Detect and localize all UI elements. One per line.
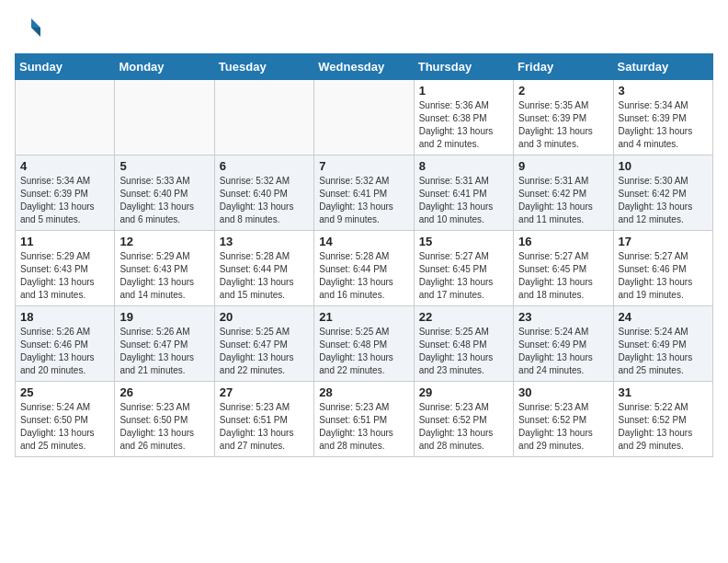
day-number: 29 <box>419 385 508 399</box>
calendar-week-row: 18Sunrise: 5:26 AMSunset: 6:46 PMDayligh… <box>16 306 713 382</box>
column-header-wednesday: Wednesday <box>314 54 414 80</box>
calendar-cell: 25Sunrise: 5:24 AMSunset: 6:50 PMDayligh… <box>16 382 115 457</box>
day-number: 6 <box>220 159 309 173</box>
logo <box>15 15 46 42</box>
calendar-cell: 23Sunrise: 5:24 AMSunset: 6:49 PMDayligh… <box>514 306 613 382</box>
calendar-cell: 13Sunrise: 5:28 AMSunset: 6:44 PMDayligh… <box>214 231 313 306</box>
calendar-cell: 16Sunrise: 5:27 AMSunset: 6:45 PMDayligh… <box>514 231 613 306</box>
calendar-cell: 8Sunrise: 5:31 AMSunset: 6:41 PMDaylight… <box>414 155 513 231</box>
calendar-cell: 30Sunrise: 5:23 AMSunset: 6:52 PMDayligh… <box>514 382 613 457</box>
svg-marker-1 <box>31 28 40 37</box>
day-info: Sunrise: 5:22 AMSunset: 6:52 PMDaylight:… <box>619 401 708 453</box>
day-info: Sunrise: 5:23 AMSunset: 6:51 PMDaylight:… <box>319 401 408 453</box>
calendar-table: SundayMondayTuesdayWednesdayThursdayFrid… <box>15 53 713 457</box>
day-info: Sunrise: 5:23 AMSunset: 6:50 PMDaylight:… <box>119 401 209 453</box>
day-number: 21 <box>319 310 408 324</box>
calendar-cell <box>16 80 115 155</box>
day-info: Sunrise: 5:34 AMSunset: 6:39 PMDaylight:… <box>20 175 109 226</box>
calendar-cell: 14Sunrise: 5:28 AMSunset: 6:44 PMDayligh… <box>314 231 414 306</box>
calendar-cell: 5Sunrise: 5:33 AMSunset: 6:40 PMDaylight… <box>115 155 214 231</box>
calendar-cell: 24Sunrise: 5:24 AMSunset: 6:49 PMDayligh… <box>613 306 712 382</box>
calendar-cell: 3Sunrise: 5:34 AMSunset: 6:39 PMDaylight… <box>613 80 712 155</box>
calendar-week-row: 11Sunrise: 5:29 AMSunset: 6:43 PMDayligh… <box>16 231 713 306</box>
day-info: Sunrise: 5:34 AMSunset: 6:39 PMDaylight:… <box>619 99 708 151</box>
day-number: 26 <box>119 385 209 399</box>
day-number: 13 <box>220 235 309 248</box>
day-number: 31 <box>619 385 708 399</box>
calendar-cell: 21Sunrise: 5:25 AMSunset: 6:48 PMDayligh… <box>314 306 414 382</box>
day-info: Sunrise: 5:30 AMSunset: 6:42 PMDaylight:… <box>619 175 708 226</box>
day-info: Sunrise: 5:27 AMSunset: 6:45 PMDaylight:… <box>518 250 608 302</box>
calendar-week-row: 4Sunrise: 5:34 AMSunset: 6:39 PMDaylight… <box>16 155 713 231</box>
day-number: 15 <box>419 235 508 248</box>
day-info: Sunrise: 5:35 AMSunset: 6:39 PMDaylight:… <box>518 99 608 151</box>
calendar-cell: 20Sunrise: 5:25 AMSunset: 6:47 PMDayligh… <box>214 306 313 382</box>
day-info: Sunrise: 5:28 AMSunset: 6:44 PMDaylight:… <box>319 250 408 302</box>
day-number: 3 <box>619 84 708 98</box>
day-number: 16 <box>518 235 608 248</box>
day-info: Sunrise: 5:33 AMSunset: 6:40 PMDaylight:… <box>119 175 209 226</box>
calendar-cell: 6Sunrise: 5:32 AMSunset: 6:40 PMDaylight… <box>214 155 313 231</box>
day-info: Sunrise: 5:26 AMSunset: 6:46 PMDaylight:… <box>20 326 109 377</box>
day-info: Sunrise: 5:25 AMSunset: 6:48 PMDaylight:… <box>319 326 408 377</box>
day-info: Sunrise: 5:29 AMSunset: 6:43 PMDaylight:… <box>20 250 109 302</box>
calendar-cell: 27Sunrise: 5:23 AMSunset: 6:51 PMDayligh… <box>214 382 313 457</box>
calendar-cell: 4Sunrise: 5:34 AMSunset: 6:39 PMDaylight… <box>16 155 115 231</box>
day-number: 2 <box>518 84 608 98</box>
calendar-cell: 15Sunrise: 5:27 AMSunset: 6:45 PMDayligh… <box>414 231 513 306</box>
calendar-cell: 26Sunrise: 5:23 AMSunset: 6:50 PMDayligh… <box>115 382 214 457</box>
day-number: 7 <box>319 159 408 173</box>
day-info: Sunrise: 5:27 AMSunset: 6:45 PMDaylight:… <box>419 250 508 302</box>
calendar-cell: 7Sunrise: 5:32 AMSunset: 6:41 PMDaylight… <box>314 155 414 231</box>
column-header-friday: Friday <box>514 54 613 80</box>
calendar-cell: 10Sunrise: 5:30 AMSunset: 6:42 PMDayligh… <box>613 155 712 231</box>
day-info: Sunrise: 5:26 AMSunset: 6:47 PMDaylight:… <box>119 326 209 377</box>
page-header <box>15 15 713 42</box>
day-info: Sunrise: 5:32 AMSunset: 6:40 PMDaylight:… <box>220 175 309 226</box>
calendar-cell <box>314 80 414 155</box>
day-info: Sunrise: 5:28 AMSunset: 6:44 PMDaylight:… <box>220 250 309 302</box>
day-number: 10 <box>619 159 708 173</box>
day-info: Sunrise: 5:24 AMSunset: 6:50 PMDaylight:… <box>20 401 109 453</box>
day-info: Sunrise: 5:23 AMSunset: 6:52 PMDaylight:… <box>419 401 508 453</box>
day-number: 23 <box>518 310 608 324</box>
day-info: Sunrise: 5:23 AMSunset: 6:52 PMDaylight:… <box>518 401 608 453</box>
day-number: 20 <box>220 310 309 324</box>
day-info: Sunrise: 5:31 AMSunset: 6:42 PMDaylight:… <box>518 175 608 226</box>
calendar-cell: 28Sunrise: 5:23 AMSunset: 6:51 PMDayligh… <box>314 382 414 457</box>
day-number: 12 <box>119 235 209 248</box>
day-info: Sunrise: 5:36 AMSunset: 6:38 PMDaylight:… <box>419 99 508 151</box>
day-number: 5 <box>119 159 209 173</box>
svg-marker-0 <box>31 18 40 28</box>
day-number: 18 <box>20 310 109 324</box>
column-header-tuesday: Tuesday <box>214 54 313 80</box>
day-number: 22 <box>419 310 508 324</box>
day-info: Sunrise: 5:32 AMSunset: 6:41 PMDaylight:… <box>319 175 408 226</box>
day-number: 17 <box>619 235 708 248</box>
column-header-monday: Monday <box>115 54 214 80</box>
calendar-cell: 18Sunrise: 5:26 AMSunset: 6:46 PMDayligh… <box>16 306 115 382</box>
day-number: 8 <box>419 159 508 173</box>
calendar-cell: 9Sunrise: 5:31 AMSunset: 6:42 PMDaylight… <box>514 155 613 231</box>
day-number: 11 <box>20 235 109 248</box>
day-number: 24 <box>619 310 708 324</box>
column-header-sunday: Sunday <box>16 54 115 80</box>
day-number: 25 <box>20 385 109 399</box>
day-number: 14 <box>319 235 408 248</box>
column-header-thursday: Thursday <box>414 54 513 80</box>
calendar-cell: 17Sunrise: 5:27 AMSunset: 6:46 PMDayligh… <box>613 231 712 306</box>
calendar-cell <box>115 80 214 155</box>
logo-icon <box>15 15 42 42</box>
calendar-cell: 1Sunrise: 5:36 AMSunset: 6:38 PMDaylight… <box>414 80 513 155</box>
day-number: 4 <box>20 159 109 173</box>
calendar-cell: 31Sunrise: 5:22 AMSunset: 6:52 PMDayligh… <box>613 382 712 457</box>
calendar-header-row: SundayMondayTuesdayWednesdayThursdayFrid… <box>16 54 713 80</box>
calendar-week-row: 25Sunrise: 5:24 AMSunset: 6:50 PMDayligh… <box>16 382 713 457</box>
calendar-cell: 29Sunrise: 5:23 AMSunset: 6:52 PMDayligh… <box>414 382 513 457</box>
calendar-cell: 19Sunrise: 5:26 AMSunset: 6:47 PMDayligh… <box>115 306 214 382</box>
day-number: 9 <box>518 159 608 173</box>
day-info: Sunrise: 5:25 AMSunset: 6:48 PMDaylight:… <box>419 326 508 377</box>
day-info: Sunrise: 5:29 AMSunset: 6:43 PMDaylight:… <box>119 250 209 302</box>
day-number: 1 <box>419 84 508 98</box>
day-number: 19 <box>119 310 209 324</box>
